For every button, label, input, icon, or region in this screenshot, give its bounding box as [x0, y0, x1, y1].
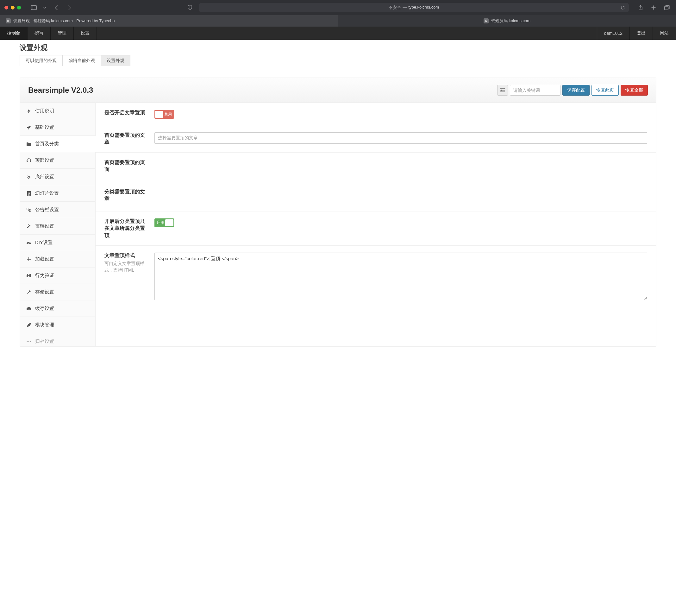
sidebar-item-label: 基础设置: [35, 124, 54, 130]
nav-compose[interactable]: 撰写: [27, 26, 51, 40]
settings-content: 是否开启文章置顶 禁用 首页需要置顶的文章 选择需要置顶的文章: [96, 103, 656, 346]
reload-icon[interactable]: [621, 5, 625, 10]
minimize-window-button[interactable]: [11, 6, 14, 9]
sidebar-item-label: 使用说明: [35, 108, 54, 114]
save-button[interactable]: 保存配置: [562, 85, 589, 96]
form-label: 开启后分类置顶只在文章所属分类置顶: [104, 218, 146, 239]
dropdown-chevron-icon[interactable]: [41, 6, 48, 9]
share-icon[interactable]: [636, 4, 645, 11]
form-label: 是否开启文章置顶: [104, 109, 146, 119]
search-input[interactable]: [510, 85, 561, 96]
svg-rect-9: [30, 193, 30, 194]
nav-console[interactable]: 控制台: [0, 26, 27, 40]
sidebar-item-friendlinks[interactable]: 友链设置: [20, 218, 95, 234]
svg-point-24: [27, 341, 28, 342]
svg-point-23: [30, 309, 31, 310]
page-tab-settings[interactable]: 设置外观: [101, 55, 130, 66]
restore-all-button[interactable]: 恢复全部: [621, 85, 648, 96]
collapse-sidebar-icon[interactable]: [497, 85, 508, 96]
admin-navbar: 控制台 撰写 管理 设置 oem1012 登出 网站: [0, 26, 676, 40]
sidebar-item-label: 底部设置: [35, 174, 54, 180]
address-bar[interactable]: 不安全 — type.koicms.com: [199, 3, 629, 12]
category-only-toggle[interactable]: 启用: [155, 218, 174, 227]
sidebar-item-announcement[interactable]: 公告栏设置: [20, 202, 95, 218]
form-description: 可自定义文章置顶样式，支持HTML: [104, 260, 146, 274]
form-row-category-only-toggle: 开启后分类置顶只在文章所属分类置顶 启用: [96, 212, 656, 246]
tab-title: 设置外观 - 锦鲤源码 koicms.com - Powered by Type…: [13, 18, 115, 24]
sidebar-item-label: 友链设置: [35, 223, 54, 229]
form-row-pin-toggle: 是否开启文章置顶 禁用: [96, 103, 656, 125]
sidebar-item-loading[interactable]: 加载设置: [20, 251, 95, 268]
gears-icon: [26, 208, 31, 212]
leaf-icon: [26, 323, 31, 327]
svg-point-22: [27, 309, 28, 310]
maximize-window-button[interactable]: [17, 6, 21, 9]
svg-rect-20: [30, 274, 31, 275]
nav-settings[interactable]: 设置: [74, 26, 97, 40]
svg-rect-2: [665, 6, 668, 10]
form-row-home-pin-pages: 首页需要置顶的页面: [96, 153, 656, 182]
sidebar-item-label: 存储设置: [35, 289, 54, 295]
pin-style-textarea[interactable]: [155, 253, 647, 300]
shield-icon[interactable]: [186, 4, 194, 11]
home-pin-articles-select[interactable]: 选择需要置顶的文章: [155, 132, 647, 144]
browser-chrome: 不安全 — type.koicms.com K 设置外观 - 锦鲤源码 koic…: [0, 0, 676, 26]
nav-website[interactable]: 网站: [653, 26, 676, 40]
nav-manage[interactable]: 管理: [51, 26, 74, 40]
binoculars-icon: [26, 274, 31, 277]
svg-rect-19: [27, 274, 28, 275]
form-row-category-pin-articles: 分类需要置顶的文章: [96, 182, 656, 212]
wrench-icon: [26, 290, 31, 294]
sidebar-item-diy[interactable]: DIY设置: [20, 234, 95, 251]
sidebar-item-header[interactable]: 顶部设置: [20, 152, 95, 169]
restore-page-button[interactable]: 恢复此页: [592, 85, 619, 96]
page-tab-available[interactable]: 可以使用的外观: [20, 55, 63, 66]
sidebar-item-basic[interactable]: 基础设置: [20, 119, 95, 136]
page-title: 设置外观: [20, 43, 656, 53]
sidebar-item-storage[interactable]: 存储设置: [20, 284, 95, 300]
form-row-home-pin-articles: 首页需要置顶的文章 选择需要置顶的文章: [96, 125, 656, 153]
sidebar-item-label: 首页及分类: [35, 141, 59, 147]
nav-logout[interactable]: 登出: [630, 26, 653, 40]
forward-button[interactable]: [64, 5, 75, 10]
tab-favicon-icon: K: [484, 18, 489, 23]
browser-tab-0[interactable]: K 设置外观 - 锦鲤源码 koicms.com - Powered by Ty…: [0, 15, 338, 26]
sidebar-item-captcha[interactable]: 行为验证: [20, 268, 95, 284]
sidebar-toggle-icon[interactable]: [29, 5, 39, 10]
sidebar-item-label: 行为验证: [35, 273, 54, 279]
sidebar-item-footer[interactable]: 底部设置: [20, 169, 95, 185]
back-button[interactable]: [51, 5, 62, 10]
svg-point-12: [27, 209, 28, 209]
rocket-icon: [26, 125, 31, 130]
window-controls: [4, 6, 21, 9]
sidebar-item-usage[interactable]: 使用说明: [20, 103, 95, 119]
sidebar-item-modules[interactable]: 模块管理: [20, 317, 95, 333]
close-window-button[interactable]: [4, 6, 8, 9]
sidebar-item-homepage[interactable]: 首页及分类: [20, 136, 95, 152]
chevrons-down-icon: [26, 175, 31, 179]
page-tab-edit[interactable]: 编辑当前外观: [62, 55, 101, 66]
sidebar-item-cache[interactable]: 缓存设置: [20, 300, 95, 317]
sidebar-item-more[interactable]: 归档设置: [20, 333, 95, 346]
form-label: 文章置顶样式: [104, 252, 146, 259]
form-label: 分类需要置顶的文章: [104, 188, 146, 205]
svg-rect-3: [27, 161, 28, 162]
address-security-label: 不安全: [389, 5, 401, 10]
form-row-pin-style: 文章置顶样式 可自定义文章置顶样式，支持HTML: [96, 246, 656, 307]
sidebar-item-slides[interactable]: 幻灯片设置: [20, 185, 95, 202]
browser-tab-1[interactable]: K 锦鲤源码 koicms.com: [338, 15, 676, 26]
sidebar-item-label: 公告栏设置: [35, 207, 59, 213]
plus-icon: [26, 257, 31, 261]
nav-user[interactable]: oem1012: [597, 26, 630, 40]
new-tab-icon[interactable]: [649, 4, 658, 11]
svg-rect-17: [26, 275, 28, 277]
bolt-icon: [26, 109, 31, 113]
svg-point-14: [30, 210, 30, 211]
pin-toggle[interactable]: 禁用: [155, 110, 174, 119]
sidebar-item-label: 加载设置: [35, 256, 54, 262]
tabs-overview-icon[interactable]: [662, 4, 672, 11]
svg-rect-0: [31, 6, 37, 10]
svg-rect-10: [29, 194, 30, 195]
browser-tabs: K 设置外观 - 锦鲤源码 koicms.com - Powered by Ty…: [0, 15, 676, 26]
more-icon: [26, 341, 31, 342]
